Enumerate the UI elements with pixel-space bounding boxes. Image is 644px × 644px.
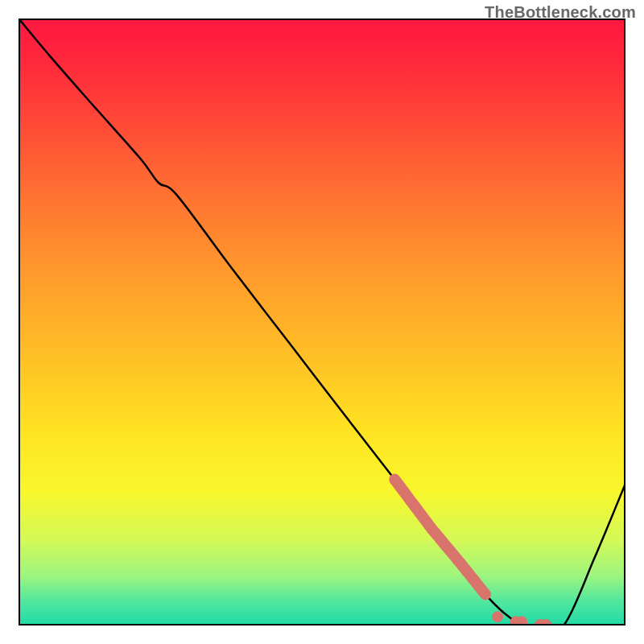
- plot-background: [19, 19, 625, 625]
- chart-container: TheBottleneck.com: [0, 0, 644, 644]
- chart-svg: [0, 0, 644, 644]
- watermark-text: TheBottleneck.com: [485, 3, 636, 22]
- highlight-dot: [493, 612, 503, 622]
